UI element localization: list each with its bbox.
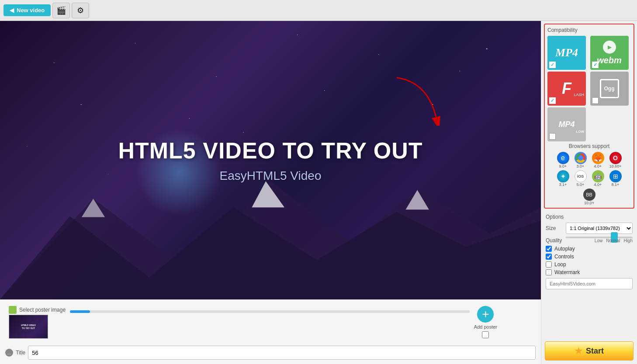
main-area: HTML5 VIDEO TO TRY OUT EasyHTML5 Video S… [0, 21, 637, 364]
poster-icon [9, 306, 17, 314]
browser-safari: ✦ 3.1+ [555, 170, 571, 187]
watermark-row: Watermark [546, 269, 633, 275]
ie-icon: e [557, 152, 569, 164]
loop-row: Loop [546, 261, 633, 268]
loop-label: Loop [554, 261, 566, 268]
quality-low: Low [595, 238, 602, 243]
ogg-label: Ogg [604, 86, 615, 92]
compatibility-section: Compatibility MP4 webm F LASH [544, 24, 634, 209]
compatibility-label: Compatibility [547, 27, 631, 33]
options-section: Options Size 1:1 Original (1339x782) Qua… [541, 211, 637, 292]
watermark-checkbox[interactable] [546, 269, 552, 275]
add-poster-label: Add poster [474, 324, 497, 330]
start-button-area: ★ Start [541, 338, 637, 364]
watermark-input[interactable] [546, 278, 633, 289]
new-video-label: New video [17, 7, 45, 14]
mp4-label: MP4 [555, 46, 578, 59]
webm-play-icon [603, 41, 616, 54]
settings-button[interactable]: ⚙ [72, 3, 89, 18]
title-label: Title [16, 350, 25, 356]
controls-checkbox[interactable] [546, 254, 552, 260]
browser-android: 🤖 4.0+ [590, 170, 606, 187]
back-arrow-icon: ◀ [10, 7, 14, 14]
android-icon: 🤖 [592, 170, 604, 182]
android-version: 4.0+ [594, 182, 602, 187]
browser-firefox: 🦊 4.0+ [590, 152, 606, 168]
start-button[interactable]: ★ Start [545, 341, 634, 361]
format-mp4low: MP4 LOW [547, 107, 586, 141]
controls-row: Controls [546, 254, 633, 260]
quality-high: High [623, 238, 633, 243]
webm-checkbox[interactable] [592, 62, 599, 68]
firefox-icon: 🦊 [592, 152, 604, 164]
browser-ie: e 9.0+ [555, 152, 571, 168]
low-label: LOW [576, 130, 584, 134]
controls-label: Controls [554, 254, 574, 260]
browser-ios: iOS 5.0+ [573, 170, 589, 187]
format-webm: webm [590, 36, 629, 70]
windows-icon: ⊞ [609, 170, 622, 182]
format-ogg: Ogg [590, 72, 629, 106]
quality-label: Quality [546, 237, 563, 244]
mp4-checkbox[interactable] [549, 62, 556, 68]
star-icon: ★ [575, 346, 582, 356]
title-input[interactable] [28, 346, 536, 360]
mp4low-label: MP4 [558, 120, 575, 129]
start-label: Start [586, 347, 604, 356]
video-text: HTML5 VIDEO TO TRY OUT EasyHTML5 Video [118, 137, 422, 183]
mp4low-checkbox[interactable] [549, 133, 556, 140]
chrome-version: 3.0+ [577, 164, 585, 168]
timeline [70, 306, 470, 313]
quality-normal: Normal [606, 238, 620, 243]
video-main-title: HTML5 VIDEO TO TRY OUT [118, 137, 422, 164]
opera-version: 10.60+ [609, 164, 622, 168]
gear-icon: ⚙ [77, 6, 84, 15]
ie-version: 9.0+ [559, 164, 567, 168]
ogg-icon-box: Ogg [600, 79, 619, 98]
add-poster-button[interactable]: + [477, 306, 494, 323]
left-panel: HTML5 VIDEO TO TRY OUT EasyHTML5 Video S… [0, 21, 541, 364]
ogg-checkbox[interactable] [592, 97, 599, 104]
chrome-icon [575, 152, 587, 164]
format-mp4: MP4 [547, 36, 586, 70]
flash-text: LASH [574, 93, 584, 97]
watermark-label: Watermark [554, 269, 580, 275]
browser-blackberry: BB 10.0+ [582, 189, 597, 205]
webm-label: webm [597, 55, 622, 65]
ios-icon: iOS [575, 170, 587, 182]
flash-checkbox[interactable] [549, 97, 556, 104]
format-grid-top: MP4 webm [547, 36, 631, 70]
new-video-button[interactable]: ◀ New video [3, 4, 51, 16]
video-preview: HTML5 VIDEO TO TRY OUT EasyHTML5 Video [0, 21, 541, 299]
flash-label: F [562, 79, 571, 98]
right-sidebar: Compatibility MP4 webm F LASH [541, 21, 637, 364]
title-icon: ... [5, 349, 13, 357]
loop-checkbox[interactable] [546, 261, 552, 268]
quality-row: Quality Low Normal High [546, 237, 633, 244]
video-sub-title: EasyHTML5 Video [118, 169, 422, 183]
browser-opera: O 10.60+ [608, 152, 623, 168]
poster-container: Select poster image HTML5 VIDEOTO TRY OU… [9, 306, 66, 339]
timeline-bar-outer [70, 310, 470, 313]
autoplay-checkbox[interactable] [546, 246, 552, 252]
bb-version: 10.0+ [584, 201, 594, 205]
film-icon: 🎬 [56, 6, 66, 15]
poster-thumbnail: HTML5 VIDEOTO TRY OUT [9, 315, 48, 339]
film-strip-button[interactable]: 🎬 [52, 3, 70, 18]
poster-checkbox[interactable] [482, 331, 489, 338]
browser-chrome: 3.0+ [573, 152, 589, 168]
toolbar: ◀ New video 🎬 ⚙ [0, 0, 637, 21]
title-row: ... Title [5, 346, 536, 360]
timeline-bar-inner [70, 310, 90, 313]
options-label: Options [546, 214, 633, 220]
bottom-controls: Select poster image HTML5 VIDEOTO TRY OU… [5, 303, 536, 341]
select-poster-label: Select poster image [19, 307, 66, 313]
firefox-version: 4.0+ [594, 164, 602, 168]
safari-version: 3.1+ [559, 182, 567, 187]
annotation-arrow [392, 73, 445, 127]
windows-version: 8.1+ [612, 182, 620, 187]
opera-icon: O [609, 152, 622, 164]
size-label: Size [546, 225, 563, 231]
browsers-label: Browsers support [547, 143, 631, 149]
safari-icon: ✦ [557, 170, 569, 182]
